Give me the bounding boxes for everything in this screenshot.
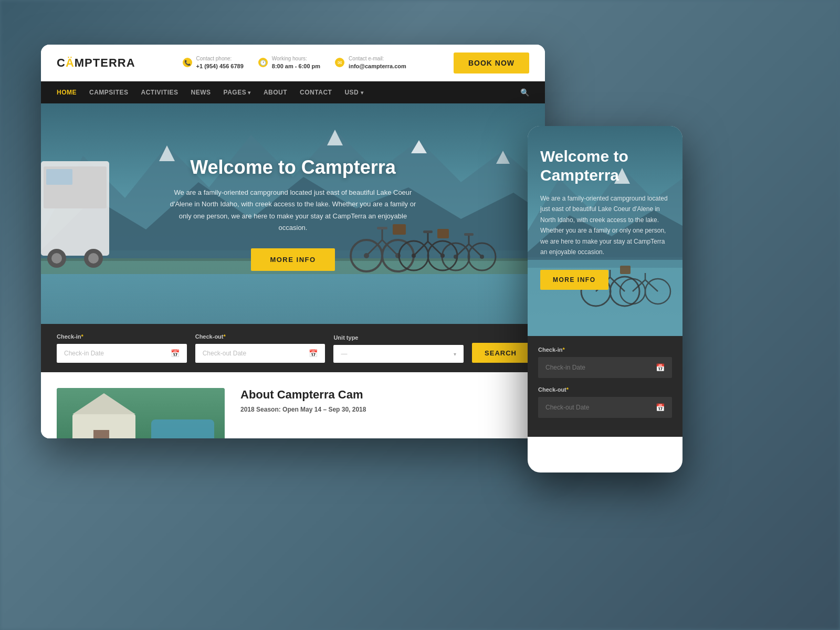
nav-item-about[interactable]: ABOUT [264, 89, 287, 96]
email-icon: ✉ [335, 58, 344, 67]
mobile-hero-title: Welcome to Campterra [540, 147, 670, 185]
select-arrow-icon: ▾ [454, 351, 456, 357]
checkin-calendar-icon: 📅 [171, 349, 180, 358]
about-season: 2018 Season: Open May 14 – Sep 30, 2018 [240, 406, 529, 413]
nav-item-activities[interactable]: ACTIVITIES [141, 89, 178, 96]
checkout-calendar-icon: 📅 [309, 349, 318, 358]
desktop-mockup: CÄMPTERRA 📞 Contact phone: +1 (954) 456 … [41, 45, 545, 438]
nav-items: HOME CAMPSITES ACTIVITIES NEWS PAGES ABO… [57, 89, 363, 96]
hours-info: 🕐 Working hours: 8:00 am - 6:00 pm [258, 55, 320, 70]
mobile-checkin-field: Check-in* Check-in Date 📅 [538, 346, 672, 378]
mobile-booking: Check-in* Check-in Date 📅 Check-out* Che… [528, 336, 682, 437]
mobile-checkout-input[interactable]: Check-out Date 📅 [538, 397, 672, 418]
unit-type-field: Unit type — ▾ [333, 334, 464, 363]
site-header: CÄMPTERRA 📞 Contact phone: +1 (954) 456 … [41, 45, 545, 81]
mobile-checkin-label: Check-in* [538, 346, 672, 353]
svg-rect-11 [46, 169, 72, 185]
clock-icon: 🕐 [258, 58, 268, 67]
mobile-hero-description: We are a family-oriented campground loca… [540, 193, 670, 257]
about-section: About Campterra Cam 2018 Season: Open Ma… [41, 372, 545, 438]
booking-bar: Check-in* Check-in Date 📅 Check-out* Che… [41, 324, 545, 372]
checkin-input[interactable]: Check-in Date 📅 [57, 344, 187, 363]
svg-point-13 [51, 253, 62, 264]
hero-section: Welcome to Campterra We are a family-ori… [41, 103, 545, 324]
nav-item-campsites[interactable]: CAMPSITES [89, 89, 129, 96]
nav-item-usd[interactable]: USD [344, 89, 363, 96]
unit-type-label: Unit type [333, 334, 464, 341]
mobile-checkin-calendar-icon: 📅 [656, 363, 665, 372]
svg-rect-45 [93, 430, 109, 438]
about-title: About Campterra Cam [240, 388, 529, 402]
header-info: 📞 Contact phone: +1 (954) 456 6789 🕐 Wor… [183, 55, 406, 70]
hours-text: Working hours: 8:00 am - 6:00 pm [272, 55, 320, 70]
mobile-checkout-label: Check-out* [538, 386, 672, 393]
email-info: ✉ Contact e-mail: info@campterra.com [335, 55, 406, 70]
mobile-hero: Welcome to Campterra We are a family-ori… [528, 126, 682, 336]
unit-type-select[interactable]: — ▾ [333, 345, 464, 363]
checkout-input[interactable]: Check-out Date 📅 [195, 344, 326, 363]
about-content: About Campterra Cam 2018 Season: Open Ma… [240, 388, 529, 438]
checkout-label: Check-out* [195, 333, 326, 340]
nav-item-home[interactable]: HOME [57, 89, 77, 96]
search-button[interactable]: SEARCH [472, 343, 529, 363]
mobile-checkout-field: Check-out* Check-out Date 📅 [538, 386, 672, 418]
checkin-label: Check-in* [57, 333, 187, 340]
nav-item-contact[interactable]: CONTACT [300, 89, 332, 96]
phone-info: 📞 Contact phone: +1 (954) 456 6789 [183, 55, 244, 70]
book-now-button[interactable]: BOOK NOW [454, 52, 529, 74]
phone-icon: 📞 [183, 58, 192, 67]
checkout-field: Check-out* Check-out Date 📅 [195, 333, 326, 363]
about-image-svg [57, 388, 225, 438]
about-image [57, 388, 225, 438]
nav-item-news[interactable]: NEWS [191, 89, 211, 96]
more-info-button[interactable]: MORE INFO [251, 248, 334, 271]
svg-rect-48 [151, 419, 214, 438]
site-nav: HOME CAMPSITES ACTIVITIES NEWS PAGES ABO… [41, 81, 545, 103]
mobile-checkout-calendar-icon: 📅 [656, 403, 665, 412]
mobile-hero-content: Welcome to Campterra We are a family-ori… [528, 126, 682, 302]
phone-text: Contact phone: +1 (954) 456 6789 [196, 55, 244, 70]
mobile-more-info-button[interactable]: MORE INFO [540, 270, 608, 290]
nav-item-pages[interactable]: PAGES [224, 89, 251, 96]
site-logo: CÄMPTERRA [57, 56, 135, 70]
checkin-field: Check-in* Check-in Date 📅 [57, 333, 187, 363]
hero-content: Welcome to Campterra We are a family-ori… [72, 156, 513, 270]
email-text: Contact e-mail: info@campterra.com [349, 55, 406, 70]
hero-description: We are a family-oriented campground loca… [167, 187, 419, 233]
nav-search-icon[interactable]: 🔍 [520, 88, 529, 97]
mobile-checkin-input[interactable]: Check-in Date 📅 [538, 357, 672, 378]
mobile-mockup: Welcome to Campterra We are a family-ori… [528, 126, 682, 472]
hero-title: Welcome to Campterra [167, 156, 419, 178]
